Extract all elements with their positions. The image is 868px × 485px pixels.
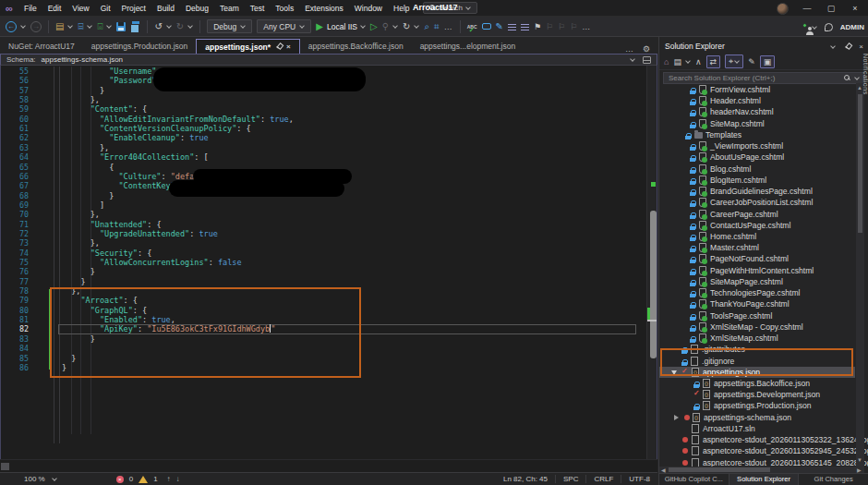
refresh-chevron-icon[interactable]: [415, 24, 419, 29]
comment-button[interactable]: [482, 23, 491, 30]
open-file-chevron-icon[interactable]: [88, 24, 92, 29]
collapsed-arrow-icon[interactable]: [674, 415, 679, 420]
scrollbar-thumb[interactable]: [1, 463, 9, 470]
menu-item-tools[interactable]: Tools: [270, 4, 299, 13]
menu-item-help[interactable]: Help: [388, 4, 415, 13]
edit-filter-button[interactable]: ✎: [748, 57, 755, 67]
tool-window-tab-github-copilot-c-[interactable]: GitHub Copilot C...: [659, 474, 729, 485]
editor-line-63[interactable]: 63 },: [1, 143, 646, 152]
new-project-button[interactable]: ▤: [55, 22, 64, 31]
scrollbar-thumb[interactable]: [650, 211, 657, 358]
navigate-forward-button[interactable]: →: [30, 21, 42, 32]
editor-line-60[interactable]: 60 "AllowEditInvariantFromNonDefault": t…: [1, 115, 646, 124]
editor-line-71[interactable]: 71 "Unattended": {: [1, 220, 646, 229]
split-editor-icon[interactable]: [643, 56, 651, 64]
tree-horizontal-scrollbar[interactable]: ◀ ▶: [659, 467, 864, 473]
tree-item[interactable]: Header.cshtml: [659, 95, 855, 106]
tree-item[interactable]: {}appsettings-schema.json: [659, 412, 855, 423]
navigate-back-button[interactable]: ←: [6, 21, 17, 32]
feedback-chevron-icon[interactable]: [813, 25, 817, 30]
tree-item[interactable]: Templates: [659, 129, 855, 140]
menu-item-build[interactable]: Build: [151, 4, 180, 13]
tree-item[interactable]: BlogItem.cshtml: [659, 175, 855, 186]
start-without-debugging-button[interactable]: ▷: [370, 22, 378, 31]
increase-indent-button[interactable]: [521, 23, 529, 30]
editor-line-72[interactable]: 72 "UpgradeUnattended": true: [1, 229, 646, 238]
editor-line-77[interactable]: 77 }: [1, 277, 646, 286]
caret-position[interactable]: Ln 82, Ch: 45: [496, 475, 555, 483]
document-tab[interactable]: appsettings...elopment.json: [412, 39, 524, 54]
close-icon[interactable]: ×: [286, 42, 291, 51]
pin-icon[interactable]: [844, 43, 850, 50]
show-all-files-button[interactable]: ▣: [760, 55, 776, 68]
navigate-to-button[interactable]: ⌗: [434, 22, 440, 31]
tree-item[interactable]: XmlSiteMap.cshtml: [659, 333, 855, 344]
menu-item-file[interactable]: File: [18, 4, 42, 13]
next-bookmark-button[interactable]: ⚐: [558, 22, 565, 31]
save-all-button[interactable]: [130, 21, 140, 31]
editor-line-69[interactable]: 69 ]: [1, 200, 646, 210]
redo-button[interactable]: ↻: [176, 22, 184, 31]
zoom-control[interactable]: 100 %: [0, 475, 66, 483]
tree-item[interactable]: aspnetcore-stdout_20260113052322_13624.l…: [659, 434, 855, 445]
editor-line-76[interactable]: 76 }: [1, 267, 646, 276]
menu-item-extensions[interactable]: Extensions: [299, 4, 349, 13]
tree-item[interactable]: SiteMapPage.cshtml: [659, 276, 855, 287]
tab-overflow-button[interactable]: …: [625, 44, 634, 54]
save-button[interactable]: [116, 22, 126, 31]
navigate-back-chevron-icon[interactable]: [21, 24, 26, 29]
tree-item[interactable]: {}appsettings.Production.json: [659, 400, 855, 411]
open-file-button[interactable]: ⌸: [78, 22, 83, 31]
editor-line-59[interactable]: 59 "Content": {: [1, 104, 646, 114]
editor-line-64[interactable]: 64 "Error404Collection": [: [1, 152, 646, 162]
editor-line-70[interactable]: 70 },: [1, 210, 646, 219]
next-issue-arrow-icon[interactable]: ↓: [176, 475, 180, 483]
menu-item-edit[interactable]: Edit: [42, 4, 67, 13]
tree-item[interactable]: ContactUsPage.cshtml: [659, 220, 855, 231]
previous-bookmark-button[interactable]: ⚐: [546, 22, 553, 31]
scope-to-this-button[interactable]: ⌖: [725, 55, 743, 68]
tree-item[interactable]: ThankYouPage.cshtml: [659, 298, 855, 309]
tree-item[interactable]: _ViewImports.cshtml: [659, 140, 855, 152]
close-icon[interactable]: ×: [859, 42, 863, 51]
minimize-button[interactable]: —: [802, 4, 813, 13]
undo-button[interactable]: ↺: [154, 22, 162, 31]
close-button[interactable]: ×: [850, 4, 861, 13]
document-tab[interactable]: appsettings.Production.json: [83, 39, 196, 54]
tree-item[interactable]: PageNotFound.cshtml: [659, 253, 855, 264]
indent-mode[interactable]: SPC: [555, 475, 585, 483]
collapse-all-button[interactable]: ∧: [695, 57, 702, 67]
user-avatar[interactable]: [777, 3, 789, 15]
pin-icon[interactable]: [275, 43, 282, 50]
editor-line-62[interactable]: 62 "EnableCleanup": true: [1, 133, 646, 142]
menu-item-view[interactable]: View: [66, 4, 94, 13]
tree-item[interactable]: ToolsPage.cshtml: [659, 310, 855, 321]
scroll-down-arrow-icon[interactable]: ▼: [857, 457, 862, 463]
tree-item[interactable]: TechnologiesPage.cshtml: [659, 287, 855, 298]
maximize-button[interactable]: ▢: [826, 4, 837, 13]
menu-item-test[interactable]: Test: [245, 4, 271, 13]
tree-item[interactable]: aspnetcore-stdout_20260113052945_24532.l…: [659, 445, 855, 456]
attach-to-process-button[interactable]: ⚲: [382, 22, 389, 31]
account-name[interactable]: ADMIN: [840, 23, 864, 31]
tree-item[interactable]: BrandGuidelinesPage.cshtml: [659, 186, 855, 197]
editor-line-73[interactable]: 73 },: [1, 238, 646, 248]
add-item-chevron-icon[interactable]: [686, 59, 691, 64]
tree-item[interactable]: aspnetcore-stdout_20260113065145_20828.l…: [659, 457, 855, 467]
tree-item[interactable]: Home.cshtml: [659, 231, 855, 242]
undo-chevron-icon[interactable]: [167, 24, 172, 29]
menu-item-window[interactable]: Window: [349, 4, 388, 13]
line-endings[interactable]: CRLF: [585, 475, 621, 483]
tree-item[interactable]: headerNav.cshtml: [659, 106, 855, 117]
document-health[interactable]: × 0 1: [116, 475, 158, 483]
editor-line-75[interactable]: 75 "AllowConcurrentLogins": false: [1, 258, 646, 267]
toggle-bookmark-button[interactable]: ⚑: [534, 22, 541, 31]
tree-item[interactable]: {}appsettings.Backoffice.json: [659, 378, 855, 389]
solution-configuration-dropdown[interactable]: Debug: [207, 19, 252, 33]
scroll-left-arrow-icon[interactable]: ◀: [661, 467, 666, 473]
tree-item[interactable]: FormView.cshtml: [659, 84, 855, 95]
menu-item-debug[interactable]: Debug: [180, 4, 214, 13]
tree-item[interactable]: XmlSiteMap - Copy.cshtml: [659, 321, 855, 333]
new-project-chevron-icon[interactable]: [68, 24, 73, 29]
tree-item[interactable]: ArroactU17.sln: [659, 423, 855, 434]
